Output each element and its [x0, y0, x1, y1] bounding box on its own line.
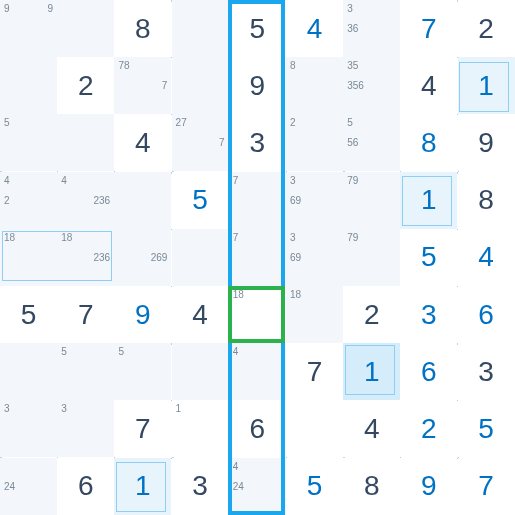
cell-r4-c7[interactable]: 5 — [400, 229, 457, 286]
cell-r1-c3[interactable] — [172, 57, 229, 114]
cell-r3-c6[interactable]: 79 — [343, 172, 400, 229]
cell-r7-c6[interactable]: 4 — [343, 400, 400, 457]
cell-r0-c6[interactable]: 336 — [343, 0, 400, 57]
cell-r8-c1[interactable]: 6 — [57, 458, 114, 515]
candidate: 78 — [118, 61, 129, 71]
cell-r8-c8[interactable]: 7 — [458, 458, 515, 515]
cell-r3-c2[interactable] — [114, 172, 171, 229]
candidate: 3 — [61, 404, 67, 414]
cell-r2-c5[interactable]: 2 — [286, 114, 343, 171]
cell-r4-c8[interactable]: 4 — [458, 229, 515, 286]
cell-r2-c7[interactable]: 8 — [400, 114, 457, 171]
cell-r2-c1[interactable] — [57, 114, 114, 171]
cell-r7-c2[interactable]: 7 — [114, 400, 171, 457]
cell-r3-c8[interactable]: 8 — [458, 172, 515, 229]
cell-r8-c5[interactable]: 5 — [286, 458, 343, 515]
cell-r3-c4[interactable]: 7 — [229, 172, 286, 229]
cell-r0-c1[interactable] — [57, 0, 114, 57]
cell-r6-c1[interactable]: 5 — [57, 343, 114, 400]
cell-r3-c7[interactable]: 1 — [400, 172, 457, 229]
cell-r1-c2[interactable]: 787 — [114, 57, 171, 114]
cell-r3-c1[interactable]: 4236 — [57, 172, 114, 229]
cell-r5-c1[interactable]: 7 — [57, 286, 114, 343]
cell-r2-c6[interactable]: 556 — [343, 114, 400, 171]
cell-r1-c6[interactable]: 35356 — [343, 57, 400, 114]
cell-r1-c1[interactable]: 2 — [57, 57, 114, 114]
cell-r8-c6[interactable]: 8 — [343, 458, 400, 515]
cell-r3-c3[interactable]: 5 — [172, 172, 229, 229]
cell-r8-c0[interactable]: 24 — [0, 458, 57, 515]
candidate: 79 — [347, 176, 358, 186]
cell-r0-c8[interactable]: 2 — [458, 0, 515, 57]
cell-r4-c0[interactable]: 18 — [0, 229, 57, 286]
cell-r7-c8[interactable]: 5 — [458, 400, 515, 457]
cell-r8-c7[interactable]: 9 — [400, 458, 457, 515]
cell-r5-c7[interactable]: 3 — [400, 286, 457, 343]
cell-r0-c0[interactable]: 99 — [0, 0, 57, 57]
sudoku-board[interactable]: 9985433672278798353564154277325568942423… — [0, 0, 515, 515]
cell-r2-c0[interactable]: 5 — [0, 114, 57, 171]
candidate: 27 — [176, 118, 187, 128]
cell-r5-c3[interactable]: 4 — [172, 286, 229, 343]
cell-r7-c5[interactable] — [286, 400, 343, 457]
cell-r1-c4[interactable]: 9 — [229, 57, 286, 114]
cell-r6-c3[interactable] — [172, 343, 229, 400]
cell-r7-c3[interactable]: 1 — [172, 400, 229, 457]
candidate: 2 — [290, 118, 296, 128]
cell-r2-c2[interactable]: 4 — [114, 114, 171, 171]
cell-r3-c5[interactable]: 369 — [286, 172, 343, 229]
cell-r2-c3[interactable]: 277 — [172, 114, 229, 171]
cell-value: 5 — [250, 13, 266, 45]
cell-value: 8 — [478, 184, 494, 216]
cell-r1-c5[interactable]: 8 — [286, 57, 343, 114]
cell-r6-c8[interactable]: 3 — [458, 343, 515, 400]
cell-r4-c6[interactable]: 79 — [343, 229, 400, 286]
cell-r4-c1[interactable]: 18236 — [57, 229, 114, 286]
candidate: 18 — [4, 233, 15, 243]
cell-r5-c2[interactable]: 9 — [114, 286, 171, 343]
cell-r6-c0[interactable] — [0, 343, 57, 400]
cell-r5-c0[interactable]: 5 — [0, 286, 57, 343]
cell-value: 6 — [478, 299, 494, 331]
cell-value: 5 — [307, 470, 323, 502]
cell-r7-c1[interactable]: 3 — [57, 400, 114, 457]
cell-r7-c4[interactable]: 6 — [229, 400, 286, 457]
cell-r1-c7[interactable]: 4 — [400, 57, 457, 114]
cell-value: 1 — [421, 184, 437, 216]
cell-r8-c3[interactable]: 3 — [172, 458, 229, 515]
cell-r3-c0[interactable]: 42 — [0, 172, 57, 229]
candidate: 4 — [61, 176, 67, 186]
cell-r4-c3[interactable] — [172, 229, 229, 286]
cell-r1-c0[interactable] — [0, 57, 57, 114]
cell-r4-c2[interactable]: 269 — [114, 229, 171, 286]
cell-r4-c5[interactable]: 369 — [286, 229, 343, 286]
cell-r1-c8[interactable]: 1 — [458, 57, 515, 114]
cell-value: 7 — [135, 413, 151, 445]
cell-value: 8 — [421, 127, 437, 159]
cell-r0-c7[interactable]: 7 — [400, 0, 457, 57]
cell-r2-c4[interactable]: 3 — [229, 114, 286, 171]
candidate: 4 — [4, 176, 10, 186]
cell-r6-c5[interactable]: 7 — [286, 343, 343, 400]
cell-r5-c5[interactable]: 18 — [286, 286, 343, 343]
cell-r5-c8[interactable]: 6 — [458, 286, 515, 343]
cell-r5-c6[interactable]: 2 — [343, 286, 400, 343]
cell-value: 9 — [135, 299, 151, 331]
candidate: 269 — [151, 253, 168, 263]
cell-r4-c4[interactable]: 7 — [229, 229, 286, 286]
cell-r0-c5[interactable]: 4 — [286, 0, 343, 57]
cell-r0-c2[interactable]: 8 — [114, 0, 171, 57]
cell-r0-c3[interactable] — [172, 0, 229, 57]
cell-value: 7 — [421, 13, 437, 45]
cell-r8-c2[interactable]: 1 — [114, 458, 171, 515]
cell-r7-c7[interactable]: 2 — [400, 400, 457, 457]
cell-r8-c4[interactable]: 424 — [229, 458, 286, 515]
cell-r7-c0[interactable]: 3 — [0, 400, 57, 457]
cell-r6-c2[interactable]: 5 — [114, 343, 171, 400]
cell-r6-c7[interactable]: 6 — [400, 343, 457, 400]
cell-r6-c6[interactable]: 1 — [343, 343, 400, 400]
cell-r2-c8[interactable]: 9 — [458, 114, 515, 171]
cell-r0-c4[interactable]: 5 — [229, 0, 286, 57]
cell-r6-c4[interactable]: 4 — [229, 343, 286, 400]
cell-r5-c4[interactable]: 18 — [229, 286, 286, 343]
